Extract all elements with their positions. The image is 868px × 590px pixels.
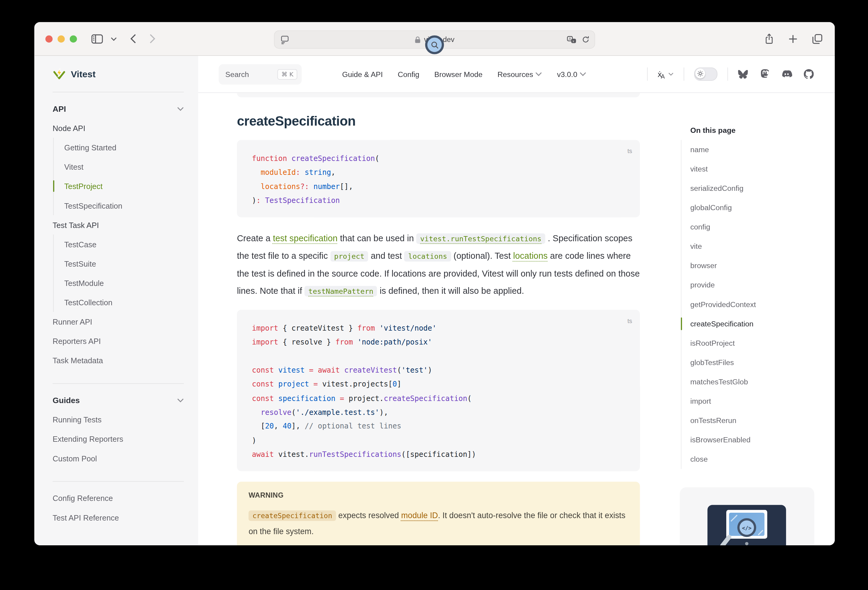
code-token: resolve xyxy=(261,408,291,416)
sidebar-item-getting-started[interactable]: Getting Started xyxy=(64,138,184,157)
nav-guide-api[interactable]: Guide & API xyxy=(342,70,383,78)
new-tab-icon[interactable] xyxy=(788,34,797,44)
code-line: await vitest.runTestSpecifications([spec… xyxy=(252,447,625,461)
outline-close[interactable]: close xyxy=(690,450,825,469)
search-icon xyxy=(425,35,444,54)
bluesky-icon[interactable] xyxy=(738,69,748,79)
sidebar-item-extending-reporters[interactable]: Extending Reporters xyxy=(53,429,184,449)
outline-createspecification[interactable]: createSpecification xyxy=(690,314,825,333)
sidebar-divider xyxy=(53,383,184,384)
window-controls xyxy=(45,35,77,42)
outline-isrootproject[interactable]: isRootProject xyxy=(690,333,825,353)
sidebar-item-test-api-reference[interactable]: Test API Reference xyxy=(53,508,184,527)
sidebar-section-api[interactable]: API xyxy=(53,99,184,118)
sidebar-item-running-tests[interactable]: Running Tests xyxy=(53,410,184,429)
chevron-down-icon xyxy=(668,72,674,76)
nav-label: Config xyxy=(398,70,419,78)
code-token: vitest xyxy=(278,366,305,374)
outline-globalconfig[interactable]: globalConfig xyxy=(690,198,825,218)
nav-browser-mode[interactable]: Browser Mode xyxy=(434,70,482,78)
theme-toggle[interactable] xyxy=(694,67,717,81)
reload-icon[interactable] xyxy=(582,35,590,44)
code-link-vitest-runtestspecifications[interactable]: vitest.runTestSpecifications xyxy=(416,233,545,244)
outline-config[interactable]: config xyxy=(690,218,825,237)
sidebar-item-testproject[interactable]: TestProject xyxy=(64,177,184,196)
outline-serializedconfig[interactable]: serializedConfig xyxy=(690,179,825,198)
sidebar-item-testmodule[interactable]: TestModule xyxy=(64,273,184,293)
lock-icon xyxy=(415,35,421,44)
sidebar-item-testcase[interactable]: TestCase xyxy=(64,235,184,254)
sidebar-chevron-icon[interactable] xyxy=(111,37,117,41)
header-nav: Guide & APIConfigBrowser ModeResourcesv3… xyxy=(342,70,586,78)
outline-isbrowserenabled[interactable]: isBrowserEnabled xyxy=(690,430,825,450)
search-label: Search xyxy=(225,70,249,78)
sidebar-item-vitest[interactable]: Vitest xyxy=(64,157,184,177)
outline-getprovidedcontext[interactable]: getProvidedContext xyxy=(690,295,825,314)
code-token xyxy=(274,394,278,402)
code-token: ( xyxy=(467,394,472,402)
nav-config[interactable]: Config xyxy=(398,70,419,78)
tab-overview-icon[interactable] xyxy=(812,34,823,44)
sidebar-item-testspecification[interactable]: TestSpecification xyxy=(64,196,184,215)
sidebar-item-runner-api[interactable]: Runner API xyxy=(53,312,184,331)
nav-v3-0-0[interactable]: v3.0.0 xyxy=(557,70,586,78)
outline-provide[interactable]: provide xyxy=(690,275,825,295)
code-token xyxy=(309,380,313,388)
discord-icon[interactable] xyxy=(781,70,792,78)
code-token: 'node:path/posix' xyxy=(357,338,432,346)
social-links xyxy=(738,69,814,79)
translate-page-icon[interactable]: Ax xyxy=(567,35,576,44)
code-token: './example.test.ts' xyxy=(296,408,379,416)
code-block-signature[interactable]: ts function createSpecification( moduleI… xyxy=(237,140,640,218)
outline-vitest[interactable]: vitest xyxy=(690,159,825,179)
vitest-logo[interactable]: Vitest xyxy=(53,65,184,83)
forward-button[interactable] xyxy=(150,34,156,44)
outline-import[interactable]: import xyxy=(690,391,825,411)
sidebar-section-guides[interactable]: Guides xyxy=(53,390,184,410)
link-test-specification[interactable]: test specification xyxy=(273,233,338,243)
outline-matchestestglob[interactable]: matchesTestGlob xyxy=(690,372,825,391)
code-lang-tag: ts xyxy=(627,144,632,158)
page-title: createSpecification xyxy=(237,112,640,130)
code-lines: import { createVitest } from 'vitest/nod… xyxy=(252,322,625,461)
code-block-example[interactable]: ts import { createVitest } from 'vitest/… xyxy=(237,310,640,471)
mastodon-icon[interactable] xyxy=(760,69,769,79)
minimize-button[interactable] xyxy=(58,35,65,42)
svg-text:A: A xyxy=(568,36,571,41)
sidebar-group-node-api: Node API xyxy=(53,118,184,138)
sidebar-item-testcollection[interactable]: TestCollection xyxy=(64,293,184,312)
code-line: ) xyxy=(252,433,625,447)
sidebar-item-config-reference[interactable]: Config Reference xyxy=(53,488,184,508)
ad-card[interactable]: </> xyxy=(680,487,814,545)
sidebar-item-testsuite[interactable]: TestSuite xyxy=(64,254,184,273)
outline-name[interactable]: name xyxy=(690,140,825,159)
section-label: API xyxy=(53,104,66,113)
sidebar-toggle-icon[interactable] xyxy=(91,34,103,44)
code-token: [], xyxy=(340,182,353,191)
sidebar-item-task-metadata[interactable]: Task Metadata xyxy=(53,350,184,370)
zoom-button[interactable] xyxy=(70,35,77,42)
code-token: ( xyxy=(375,154,379,162)
code-token xyxy=(375,324,379,333)
outline-vite[interactable]: vite xyxy=(690,237,825,256)
code-token xyxy=(287,154,292,162)
link-module-id[interactable]: module ID xyxy=(401,511,438,520)
nav-resources[interactable]: Resources xyxy=(497,70,542,78)
close-button[interactable] xyxy=(45,35,53,42)
language-menu[interactable]: ẋA xyxy=(658,70,674,78)
sidebar-item-custom-pool[interactable]: Custom Pool xyxy=(53,449,184,468)
code-line: [20, 40], // optional test lines xyxy=(252,419,625,433)
search-input[interactable]: Search ⌘ K xyxy=(218,64,302,85)
github-icon[interactable] xyxy=(804,69,813,79)
outline-ontestsrerun[interactable]: onTestsRerun xyxy=(690,411,825,430)
sidebar-item-reporters-api[interactable]: Reporters API xyxy=(53,331,184,350)
code-token: ( xyxy=(397,366,402,374)
back-button[interactable] xyxy=(130,34,136,44)
header-divider xyxy=(647,67,648,81)
link-locations[interactable]: locations xyxy=(513,251,548,260)
outline-browser[interactable]: browser xyxy=(690,256,825,275)
code-token: ([specification]) xyxy=(402,450,476,458)
outline-globtestfiles[interactable]: globTestFiles xyxy=(690,353,825,372)
code-link-testnamepattern[interactable]: testNamePattern xyxy=(304,286,377,297)
share-icon[interactable] xyxy=(764,33,774,44)
